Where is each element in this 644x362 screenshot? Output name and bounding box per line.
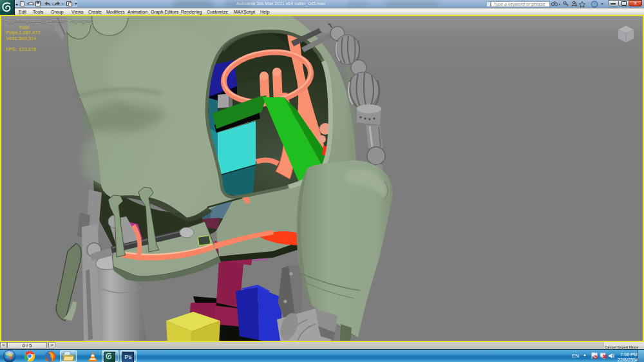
svg-text:?: ?	[593, 2, 596, 6]
